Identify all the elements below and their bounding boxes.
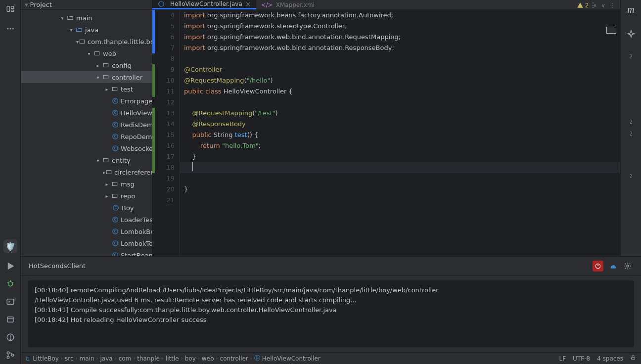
tree-item-errorpage[interactable]: CErrorpageCont… <box>21 95 152 107</box>
marker: 2 <box>628 119 634 125</box>
tree-item-repo[interactable]: CRepoDemoCon… <box>21 131 152 142</box>
svg-text:C: C <box>114 99 117 103</box>
tree-item-loadertest[interactable]: CLoaderTest <box>21 214 152 226</box>
tree-item-controller[interactable]: ▾controller <box>21 71 152 83</box>
run-tool-icon[interactable] <box>0 257 21 275</box>
svg-text:C: C <box>114 241 117 245</box>
sidebar-title: Project <box>30 1 52 8</box>
tree-item-entity[interactable]: ▾entity <box>21 154 152 166</box>
svg-rect-36 <box>106 171 111 174</box>
class-icon: C <box>112 109 119 117</box>
marker: 2 <box>628 173 634 180</box>
tree-item-boy[interactable]: CBoy <box>21 202 152 214</box>
folder-icon <box>66 14 74 22</box>
package-icon <box>102 73 110 81</box>
svg-text:C: C <box>114 218 117 222</box>
encoding[interactable]: UTF-8 <box>573 355 590 362</box>
svg-rect-22 <box>103 64 108 67</box>
shield-icon-badge[interactable]: 🛡️ <box>0 237 21 255</box>
package-icon <box>79 38 86 46</box>
project-tool-icon[interactable] <box>0 0 21 18</box>
breadcrumb[interactable]: LittleBoy› src› main› java› com› thanple… <box>33 354 320 363</box>
svg-point-16 <box>10 339 11 340</box>
tree-item-config[interactable]: ▸config <box>21 59 152 71</box>
tree-item-lomboktest[interactable]: CLombokTest <box>21 237 152 249</box>
warnings-badge[interactable]: 2 <box>577 2 589 9</box>
tree-item-web[interactable]: ▾web <box>21 47 152 59</box>
line-ending[interactable]: LF <box>559 355 566 362</box>
debug-tool-icon[interactable] <box>0 275 21 293</box>
tab-label: HelloViewController.java <box>170 0 242 7</box>
status-bar: ▫ LittleBoy› src› main› java› com› thanp… <box>21 352 641 364</box>
package-icon <box>111 192 119 200</box>
tree-item-helloview[interactable]: CHelloViewCont… <box>21 107 152 119</box>
svg-point-17 <box>7 352 9 354</box>
tree-item-msg[interactable]: ▸msg <box>21 178 152 190</box>
tree-item-lombokbean[interactable]: CLombokBean <box>21 226 152 237</box>
console-output[interactable]: [00:18:40] remoteCompilingAndReload /Use… <box>28 280 634 347</box>
svg-point-18 <box>7 356 9 359</box>
svg-text:C: C <box>114 229 117 233</box>
svg-rect-0 <box>7 6 9 12</box>
project-sidebar: ▾ Project ▾main ▾java ▾com.thanple.littl… <box>21 0 152 256</box>
svg-text:C: C <box>114 146 117 150</box>
db-tool-icon[interactable] <box>0 311 21 328</box>
svg-rect-11 <box>7 299 14 305</box>
package-icon <box>93 49 101 57</box>
svg-point-52 <box>627 265 629 267</box>
code-editor[interactable]: import org.springframework.beans.factory… <box>180 10 620 256</box>
maven-tool-icon[interactable]: m <box>627 4 634 15</box>
module-icon: ▫ <box>26 355 30 362</box>
sidebar-header: ▾ Project <box>21 0 152 10</box>
tab-helloview[interactable]: HelloViewController.java × <box>152 0 256 9</box>
svg-rect-23 <box>103 76 108 79</box>
settings-button[interactable] <box>622 261 633 272</box>
chevron-down-icon[interactable]: ▾ <box>25 1 28 8</box>
tree-item-test[interactable]: ▸test <box>21 83 152 95</box>
class-icon: C <box>112 133 119 140</box>
ai-assistant-icon[interactable] <box>626 30 636 42</box>
next-highlight-icon[interactable]: ∨ <box>601 2 605 9</box>
tree-item-main[interactable]: ▾main <box>21 12 152 24</box>
svg-point-5 <box>12 28 14 30</box>
class-icon: C <box>112 216 119 224</box>
tree-item-java[interactable]: ▾java <box>21 24 152 36</box>
tree-item-websocket[interactable]: CWebsocketCor… <box>21 142 152 154</box>
package-icon <box>102 61 110 69</box>
close-icon[interactable]: × <box>245 0 251 8</box>
console-line: /HelloViewController.java,used 6 ms, res… <box>35 295 627 305</box>
readonly-lock-icon[interactable] <box>630 355 636 362</box>
prev-highlight-icon[interactable]: ∧ <box>593 2 597 9</box>
editor-tabs: HelloViewController.java × </> XMapper.x… <box>152 0 620 10</box>
editor-more-icon[interactable]: ⋮ <box>609 2 615 9</box>
right-tool-rail: m 2 2 2 2 <box>620 0 641 256</box>
class-icon: C <box>112 239 119 247</box>
package-icon <box>111 180 119 188</box>
svg-text:C: C <box>114 135 117 138</box>
tree-item-repo2[interactable]: ▸repo <box>21 190 152 202</box>
problems-tool-icon[interactable] <box>0 328 21 346</box>
svg-rect-12 <box>7 317 13 322</box>
svg-rect-24 <box>112 88 117 91</box>
class-icon: C <box>112 97 119 105</box>
tree-item-circleref[interactable]: ▸circlereference <box>21 166 152 178</box>
tree-item-startbean[interactable]: CStartBean <box>21 249 152 256</box>
svg-text:C: C <box>114 111 117 115</box>
svg-rect-35 <box>103 159 108 162</box>
vcs-tool-icon[interactable] <box>0 346 21 364</box>
indent[interactable]: 4 spaces <box>597 355 623 362</box>
terminal-tool-icon[interactable] <box>0 293 21 311</box>
svg-rect-1 <box>11 6 14 9</box>
tree-item-redis[interactable]: CRedisDemoCon… <box>21 119 152 131</box>
svg-text:C: C <box>115 206 117 210</box>
tree-item-pkg[interactable]: ▾com.thanple.little.boy <box>21 36 152 47</box>
tab-xmapper[interactable]: </> XMapper.xml <box>256 0 320 9</box>
more-tool-icon[interactable] <box>0 18 21 40</box>
class-icon: C <box>112 251 119 256</box>
cloud-sync-button[interactable] <box>607 261 618 272</box>
console-line: [00:18:41] Compile successfully:com.than… <box>35 305 627 315</box>
svg-rect-21 <box>94 52 99 55</box>
console-line: [00:18:42] Hot reloading HelloViewContro… <box>35 315 627 325</box>
power-button[interactable] <box>593 261 603 272</box>
class-icon: C <box>112 121 119 129</box>
